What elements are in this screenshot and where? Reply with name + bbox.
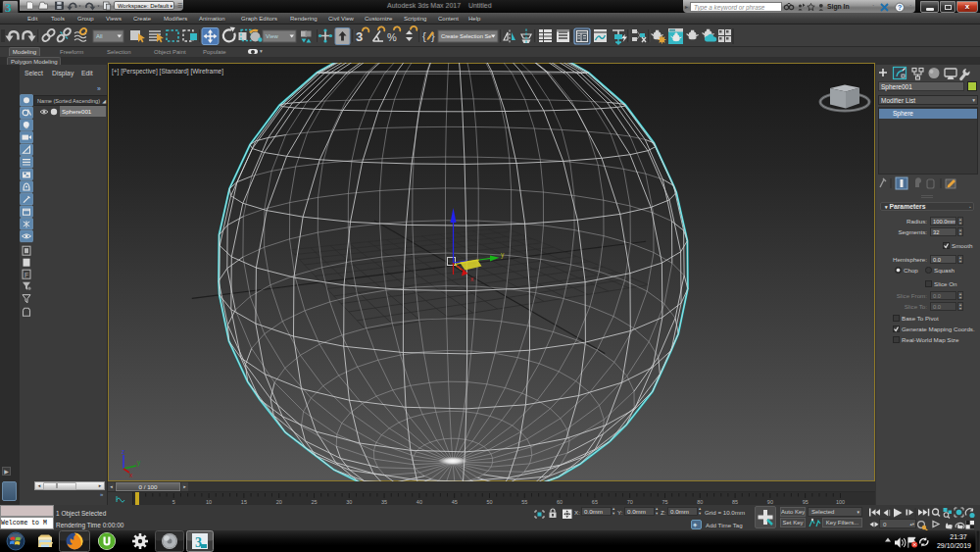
svg-text:3: 3 [195,535,202,550]
svg-text:%: % [387,31,397,43]
svg-text:All: All [96,33,103,39]
svg-text:[+] [Perspective] [Standard] [: [+] [Perspective] [Standard] [Wireframe] [112,68,223,75]
svg-text:View: View [266,33,279,39]
svg-text:3: 3 [356,29,363,44]
svg-text:{: { [422,30,426,42]
svg-text:F: F [24,272,28,278]
svg-text:z: z [122,448,124,455]
svg-text:Create Selection Se: Create Selection Se [441,33,492,39]
svg-text:?: ? [898,3,903,12]
